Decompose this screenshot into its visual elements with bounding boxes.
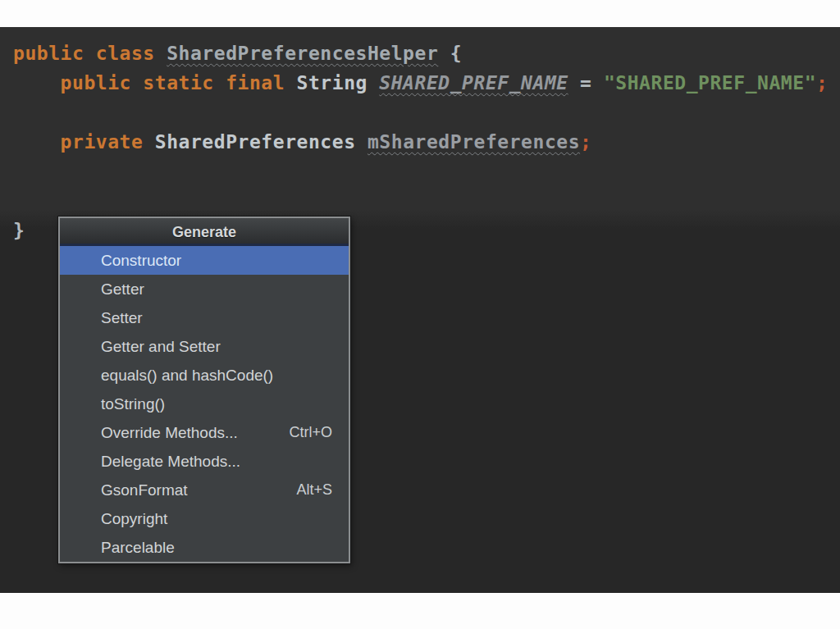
menu-item-label: Getter [101,280,144,299]
code-token: SHARED_PREF_NAME [379,72,568,93]
generate-popup: Generate ConstructorGetterSetterGetter a… [58,217,350,563]
code-line [13,157,840,186]
code-token: mSharedPreferences [368,131,580,153]
code-token: public class [13,43,167,64]
menu-item-constructor[interactable]: Constructor [60,246,349,275]
code-token: SharedPreferences [155,131,368,153]
ide-frame: { "popup": { "title": "Generate", "items… [0,0,840,629]
menu-item-label: Constructor [101,252,181,270]
menu-item-tostring[interactable]: toString() [60,390,349,418]
code-line: private SharedPreferences mSharedPrefere… [13,127,840,157]
menu-item-label: toString() [101,395,165,413]
menu-item-label: Parcelable [101,539,175,557]
menu-item-override-methods[interactable]: Override Methods...Ctrl+O [60,418,349,447]
code-token: "SHARED_PREF_NAME" [604,72,816,93]
code-token [13,72,61,93]
menu-item-label: equals() and hashCode() [101,367,273,385]
letterbox-top [0,0,840,27]
menu-item-getter-and-setter[interactable]: Getter and Setter [60,332,349,361]
menu-item-getter[interactable]: Getter [60,275,349,303]
menu-item-label: Copyright [101,510,167,528]
code-token: } [13,220,25,241]
code-token: public static final [61,72,297,93]
code-line: public static final String SHARED_PREF_N… [13,68,840,98]
code-token: ; [580,131,591,153]
menu-item-copyright[interactable]: Copyright [60,504,349,533]
code-line: public class SharedPreferencesHelper { [13,39,840,68]
code-area: public class SharedPreferencesHelper { p… [0,27,840,245]
code-token: SharedPreferencesHelper [167,43,438,64]
code-token: String [297,72,380,93]
menu-item-shortcut: Alt+S [296,481,332,499]
menu-item-delegate-methods[interactable]: Delegate Methods... [60,447,349,476]
code-line [13,98,840,127]
menu-item-label: Delegate Methods... [101,453,240,471]
code-token: private [61,131,155,153]
menu-item-parcelable[interactable]: Parcelable [60,533,349,562]
menu-item-equals-and-hashcode[interactable]: equals() and hashCode() [60,361,349,390]
code-token: { [438,43,462,64]
code-line [13,186,840,216]
popup-title: Generate [60,218,349,246]
generate-menu-list: ConstructorGetterSetterGetter and Setter… [60,246,349,562]
code-token [13,131,61,153]
code-token: ; [816,72,828,93]
menu-item-shortcut: Ctrl+O [289,424,332,441]
menu-item-label: Override Methods... [101,424,238,442]
letterbox-bottom [0,593,840,629]
menu-item-label: Setter [101,309,143,327]
menu-item-label: Getter and Setter [101,338,221,356]
menu-item-label: GsonFormat [101,481,188,499]
menu-item-setter[interactable]: Setter [60,303,349,332]
code-token: = [568,72,604,93]
menu-item-gsonformat[interactable]: GsonFormatAlt+S [60,476,349,504]
